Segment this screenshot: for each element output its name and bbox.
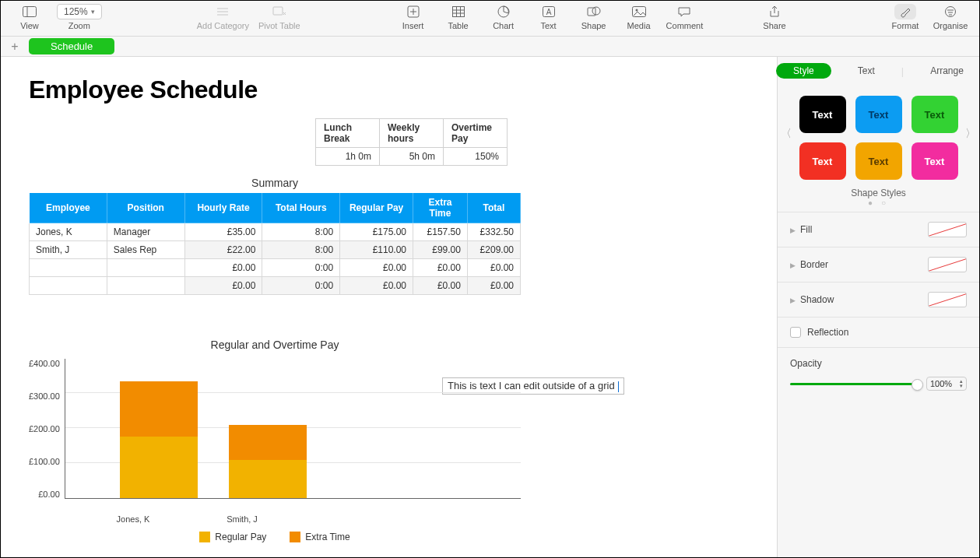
chart-bar[interactable] [229,425,307,498]
opacity-field[interactable]: 100% ▴▾ [926,377,967,391]
shape-icon [587,4,601,19]
share-button[interactable]: Share [757,4,792,30]
info-value-ot[interactable]: 150% [444,148,508,166]
shadow-swatch-none[interactable] [928,292,967,307]
chevron-right-icon: ▶ [790,261,796,269]
border-row[interactable]: ▶Border [778,247,979,282]
info-value-lunch[interactable]: 1h 0m [316,148,380,166]
table-cell[interactable]: £110.00 [340,241,413,259]
table-cell[interactable]: £0.00 [413,259,468,277]
table-cell[interactable]: £175.00 [340,223,413,241]
table-cell[interactable]: £0.00 [340,277,413,295]
table-cell[interactable]: £157.50 [413,223,468,241]
table-cell[interactable]: £209.00 [467,241,520,259]
tab-arrange[interactable]: Arrange [913,63,980,79]
table-cell[interactable]: £0.00 [467,277,520,295]
comment-button[interactable]: Comment [666,4,704,30]
insert-icon [407,4,420,19]
border-label: Border [800,259,828,270]
table-cell[interactable] [107,277,184,295]
table-cell[interactable]: 8:00 [262,241,340,259]
add-sheet-button[interactable]: + [7,40,23,54]
chart[interactable]: Regular and Overtime Pay £400.00£300.00£… [29,339,521,542]
chart-bar[interactable] [120,381,198,498]
legend-swatch-regular [199,532,210,542]
table-cell[interactable]: £99.00 [413,241,468,259]
brush-icon [894,4,916,19]
tab-style[interactable]: Style [776,63,831,79]
reflection-checkbox[interactable] [790,327,801,338]
table-cell[interactable]: 0:00 [262,277,340,295]
view-button[interactable]: View [12,4,47,30]
table-row[interactable]: Jones, KManager£35.008:00£175.00£157.50£… [30,223,521,241]
style-swatch[interactable]: Text [855,142,902,180]
chart-icon [497,4,510,19]
table-cell[interactable]: £0.00 [184,259,262,277]
organise-label: Organise [933,21,968,30]
table-row[interactable]: Smith, JSales Rep£22.008:00£110.00£99.00… [30,241,521,259]
media-button[interactable]: Media [621,4,657,30]
style-swatch[interactable]: Text [799,96,846,133]
table-cell[interactable]: £0.00 [184,277,262,295]
table-cell[interactable]: £332.50 [467,223,520,241]
table-cell[interactable] [30,277,107,295]
opacity-slider[interactable] [790,383,919,385]
svg-point-23 [946,7,956,17]
table-cell[interactable]: Sales Rep [107,241,184,259]
svg-point-22 [635,9,638,12]
fill-swatch-none[interactable] [928,222,967,237]
fill-row[interactable]: ▶Fill [778,212,979,247]
styles-next-button[interactable]: 〉 [965,127,976,141]
style-swatch[interactable]: Text [855,96,902,133]
sheets-bar: + Schedule [1,37,979,57]
chart-button[interactable]: Chart [486,4,522,30]
summary-header: Regular Pay [340,193,413,223]
sheet-tab-schedule[interactable]: Schedule [29,38,114,54]
add-category-label: Add Category [197,21,249,30]
table-cell[interactable]: Smith, J [30,241,107,259]
table-cell[interactable]: £0.00 [467,259,520,277]
table-cell[interactable]: £0.00 [340,259,413,277]
table-cell[interactable]: 0:00 [262,259,340,277]
table-cell[interactable]: Jones, K [30,223,107,241]
chevron-down-icon: ▾ [91,8,95,16]
styles-prev-button[interactable]: 〈 [781,127,792,141]
info-table[interactable]: Lunch Break Weekly hours Overtime Pay 1h… [315,118,508,166]
legend-label-extra: Extra Time [305,532,349,542]
format-button[interactable]: Format [887,4,923,30]
canvas[interactable]: Employee Schedule Lunch Break Weekly hou… [1,57,777,557]
style-swatch[interactable]: Text [912,142,958,180]
text-button[interactable]: A Text [531,4,567,30]
zoom-control[interactable]: 125%▾ Zoom [57,4,102,30]
style-swatch[interactable]: Text [912,96,958,133]
info-value-weekly[interactable]: 5h 0m [380,148,444,166]
shape-label: Shape [581,21,606,30]
organise-icon [944,4,957,19]
style-swatch[interactable]: Text [799,142,846,180]
table-cell[interactable]: £35.00 [184,223,262,241]
table-button[interactable]: Table [441,4,476,30]
pivot-table-button[interactable]: Pivot Table [258,4,300,30]
table-cell[interactable]: Manager [107,223,184,241]
chevron-right-icon: ▶ [790,297,796,304]
table-row[interactable]: £0.000:00£0.00£0.00£0.00 [30,277,521,295]
table-row[interactable]: £0.000:00£0.00£0.00£0.00 [30,259,521,277]
insert-button[interactable]: Insert [395,4,431,30]
table-cell[interactable] [30,259,107,277]
shadow-row[interactable]: ▶Shadow [778,282,979,317]
border-swatch-none[interactable] [928,257,967,272]
organise-button[interactable]: Organise [933,4,968,30]
table-cell[interactable]: £22.00 [184,241,262,259]
comment-label: Comment [666,21,704,30]
summary-table[interactable]: EmployeePositionHourly RateTotal HoursRe… [29,192,521,295]
table-cell[interactable]: £0.00 [413,277,468,295]
tab-text[interactable]: Text [841,63,892,79]
stepper-icon[interactable]: ▴▾ [960,379,963,388]
fill-label: Fill [800,224,812,235]
add-category-button[interactable]: Add Category [197,4,249,30]
shape-button[interactable]: Shape [576,4,612,30]
table-cell[interactable]: 8:00 [262,223,340,241]
table-cell[interactable] [107,259,184,277]
chart-legend: Regular Pay Extra Time [29,532,521,542]
reflection-row[interactable]: Reflection [778,317,979,347]
